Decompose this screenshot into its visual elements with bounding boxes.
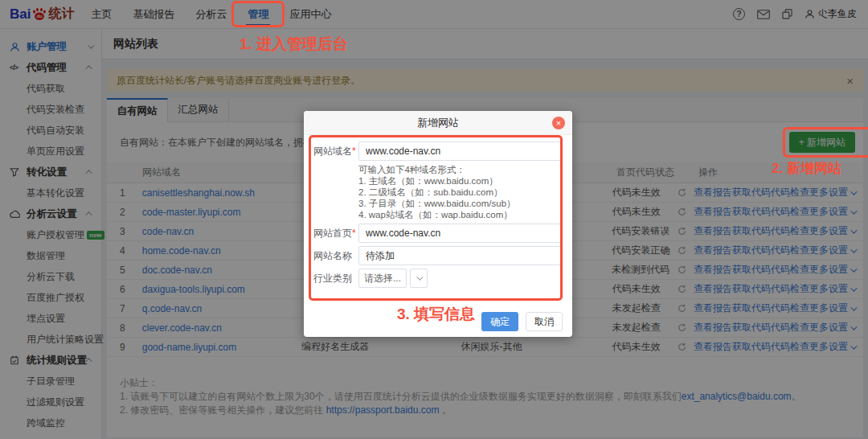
industry-select[interactable]: 请选择... <box>358 269 428 288</box>
modal-close-icon[interactable]: × <box>552 117 565 129</box>
website-domain-input[interactable] <box>358 142 563 161</box>
confirm-button[interactable]: 确定 <box>481 312 518 331</box>
domain-help-text: 可输入如下4种域名形式：1. 主域名（如：www.baidu.com）2. 二级… <box>358 164 563 220</box>
help-line: 4. wap站域名（如：wap.baidu.com） <box>358 209 563 220</box>
help-line: 3. 子目录（如：www.baidu.com/sub） <box>358 198 563 209</box>
field-label: 网站域名* <box>313 145 358 158</box>
field-row-sitename: 网站名称 <box>313 246 563 265</box>
add-website-modal: 新增网站 × 网站域名* 可输入如下4种域名形式：1. 主域名（如：www.ba… <box>304 111 572 337</box>
modal-footer: 确定 取消 <box>304 291 572 341</box>
field-label: 网站名称 <box>313 249 358 263</box>
chevron-down-icon[interactable] <box>410 269 428 288</box>
field-row-homepage: 网站首页* <box>313 224 563 243</box>
modal-title: 新增网站 <box>417 116 459 130</box>
cancel-button[interactable]: 取消 <box>526 312 563 331</box>
modal-body: 网站域名* 可输入如下4种域名形式：1. 主域名（如：www.baidu.com… <box>304 135 572 288</box>
field-row-domain: 网站域名* <box>313 142 563 161</box>
field-row-industry: 行业类别 请选择... <box>313 269 563 288</box>
industry-select-value[interactable]: 请选择... <box>358 269 407 288</box>
help-line: 可输入如下4种域名形式： <box>358 164 563 175</box>
field-label: 行业类别 <box>313 272 358 285</box>
help-line: 2. 二级域名（如：sub.baidu.com） <box>358 187 563 198</box>
help-line: 1. 主域名（如：www.baidu.com） <box>358 175 563 187</box>
modal-header: 新增网站 × <box>304 111 572 135</box>
website-homepage-input[interactable] <box>358 224 563 243</box>
field-label: 网站首页* <box>313 227 358 240</box>
website-name-input[interactable] <box>358 246 563 265</box>
